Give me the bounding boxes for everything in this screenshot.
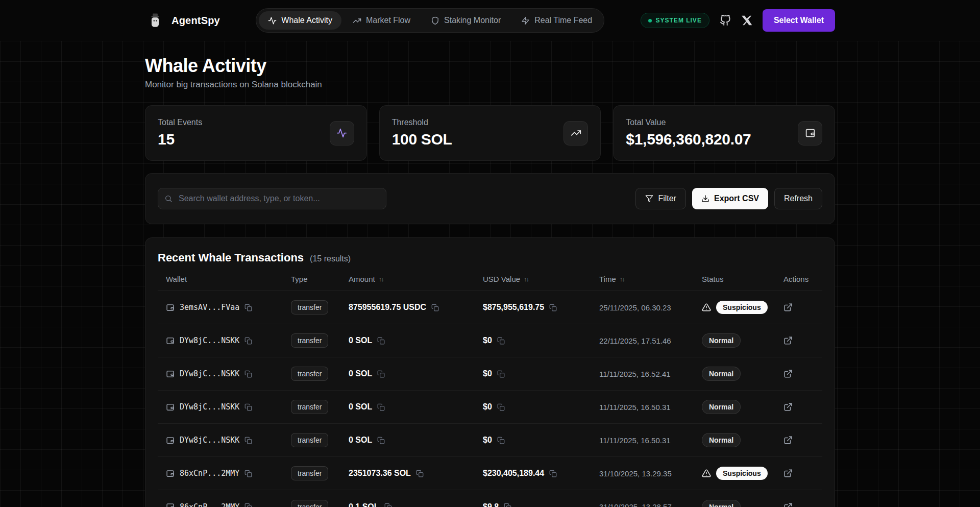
sort-icon: ↑↓ [524, 275, 528, 283]
stat-value: 15 [158, 131, 202, 148]
time-value: 11/11/2025, 16.50.31 [591, 403, 694, 412]
copy-icon[interactable] [377, 370, 385, 378]
wallet-icon [166, 370, 175, 378]
copy-icon[interactable] [244, 437, 252, 444]
column-label: Time [599, 275, 616, 283]
time-value: 31/10/2025, 13.29.35 [591, 469, 694, 478]
copy-icon[interactable] [377, 337, 385, 345]
usd-value: $0 [483, 402, 492, 412]
activity-icon [268, 16, 277, 25]
copy-icon[interactable] [416, 470, 424, 477]
usd-value: $0 [483, 436, 492, 445]
warning-icon [702, 469, 711, 478]
wallet-icon [166, 403, 175, 412]
copy-icon[interactable] [497, 370, 505, 378]
stat-value: 100 SOL [392, 131, 452, 148]
copy-icon[interactable] [377, 437, 385, 444]
copy-icon[interactable] [497, 403, 505, 411]
copy-icon[interactable] [244, 470, 252, 477]
copy-icon[interactable] [244, 304, 252, 311]
external-link-icon[interactable] [783, 402, 793, 412]
stats-row: Total Events 15 Threshold 100 SOL Total … [145, 105, 835, 161]
trending-up-icon [353, 16, 361, 25]
external-link-icon[interactable] [783, 502, 793, 507]
copy-icon[interactable] [244, 403, 252, 411]
copy-icon[interactable] [497, 437, 505, 444]
column-label: USD Value [483, 275, 520, 283]
time-value: 31/10/2025, 13.28.57 [591, 502, 694, 507]
wallet-address: 3emsAV...FVaa [180, 303, 239, 312]
amount-value: 0.1 SOL [349, 502, 379, 507]
refresh-button[interactable]: Refresh [774, 188, 822, 209]
copy-icon[interactable] [244, 503, 252, 507]
table-row: DYw8jC...NSKK transfer 0 SOL $0 22/11/20… [158, 324, 822, 357]
filter-label: Filter [658, 194, 676, 203]
nav-tabs: Whale Activity Market Flow Staking Monit… [256, 8, 604, 33]
copy-icon[interactable] [377, 403, 385, 411]
column-header-actions: Actions [775, 275, 822, 283]
system-live-label: SYSTEM LIVE [656, 17, 702, 24]
stat-label: Threshold [392, 118, 452, 127]
select-wallet-button[interactable]: Select Wallet [763, 9, 835, 32]
trending-up-icon [564, 121, 588, 146]
status-badge: Normal [702, 333, 741, 348]
copy-icon[interactable] [497, 337, 505, 345]
wallet-icon [166, 436, 175, 445]
copy-icon[interactable] [244, 337, 252, 345]
copy-icon[interactable] [504, 503, 511, 507]
usd-value: $875,955,619.75 [483, 303, 544, 312]
top-nav: AgentSpy Whale Activity Market Flow Stak… [0, 0, 980, 41]
external-link-icon[interactable] [783, 369, 793, 378]
table-title: Recent Whale Transactions [158, 251, 304, 264]
copy-icon[interactable] [431, 304, 439, 311]
tab-staking-monitor[interactable]: Staking Monitor [422, 11, 510, 30]
github-icon[interactable] [720, 15, 731, 26]
status-badge: Suspicious [716, 467, 768, 480]
external-link-icon[interactable] [783, 436, 793, 445]
external-link-icon[interactable] [783, 303, 793, 312]
type-badge: transfer [291, 400, 328, 414]
copy-icon[interactable] [549, 470, 557, 477]
tab-whale-activity[interactable]: Whale Activity [259, 11, 341, 30]
table-row: 3emsAV...FVaa transfer 875955619.75 USDC… [158, 291, 822, 324]
wallet-address: DYw8jC...NSKK [180, 369, 239, 378]
external-link-icon[interactable] [783, 336, 793, 345]
tab-real-time-feed[interactable]: Real Time Feed [512, 11, 601, 30]
filter-button[interactable]: Filter [635, 188, 686, 209]
column-header-wallet: Wallet [158, 275, 283, 283]
x-twitter-icon[interactable] [741, 15, 752, 26]
tab-label: Whale Activity [281, 16, 332, 25]
time-value: 11/11/2025, 16.50.31 [591, 436, 694, 445]
search-box [158, 188, 386, 209]
copy-icon[interactable] [384, 503, 392, 507]
tab-label: Staking Monitor [444, 16, 501, 25]
wallet-address: 86xCnP...2MMY [180, 502, 239, 507]
search-input[interactable] [158, 188, 386, 209]
column-header-type: Type [283, 275, 340, 283]
time-value: 11/11/2025, 16.52.41 [591, 370, 694, 378]
time-value: 22/11/2025, 17.51.46 [591, 336, 694, 345]
tab-market-flow[interactable]: Market Flow [344, 11, 420, 30]
column-header-usd-value[interactable]: USD Value↑↓ [475, 275, 591, 283]
table-row: DYw8jC...NSKK transfer 0 SOL $0 11/11/20… [158, 424, 822, 457]
activity-icon [330, 121, 354, 146]
column-header-time[interactable]: Time↑↓ [591, 275, 694, 283]
column-header-amount[interactable]: Amount↑↓ [340, 275, 475, 283]
column-label: Amount [349, 275, 375, 283]
results-count: (15 results) [310, 254, 351, 263]
copy-icon[interactable] [244, 370, 252, 378]
stat-card-threshold: Threshold 100 SOL [379, 105, 601, 161]
sort-icon: ↑↓ [620, 275, 624, 283]
tab-label: Real Time Feed [534, 16, 592, 25]
amount-value: 875955619.75 USDC [349, 303, 426, 312]
external-link-icon[interactable] [783, 469, 793, 478]
wallet-icon [166, 303, 175, 312]
status-badge: Normal [702, 433, 741, 447]
copy-icon[interactable] [549, 304, 557, 311]
export-csv-button[interactable]: Export CSV [692, 188, 768, 209]
wallet-icon [166, 469, 175, 478]
type-badge: transfer [291, 500, 328, 507]
transactions-card: Recent Whale Transactions (15 results) W… [145, 237, 835, 507]
time-value: 25/11/2025, 06.30.23 [591, 303, 694, 312]
tab-label: Market Flow [366, 16, 410, 25]
